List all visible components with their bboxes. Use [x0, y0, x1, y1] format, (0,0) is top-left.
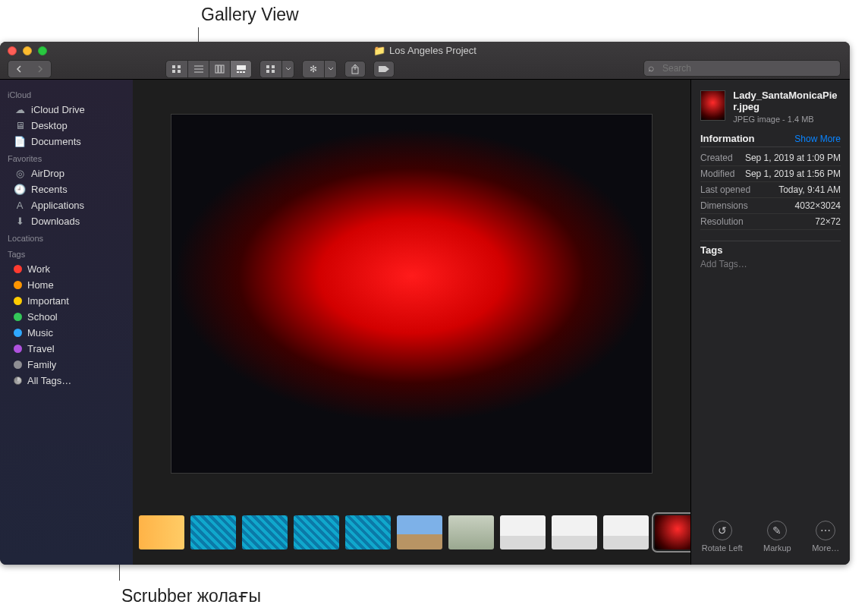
info-row-value: 4032×3024	[795, 200, 841, 211]
info-section-title: Information	[700, 133, 755, 144]
titlebar: 📁 Los Angeles Project	[0, 42, 850, 80]
svg-rect-10	[237, 65, 246, 70]
tags-section-title: Tags	[700, 244, 841, 256]
main-content	[133, 80, 690, 565]
sidebar-item-label: Downloads	[31, 216, 80, 227]
preview-area	[171, 114, 653, 474]
svg-rect-16	[266, 70, 269, 73]
window-title: 📁 Los Angeles Project	[0, 45, 850, 56]
forward-button[interactable]	[30, 61, 51, 77]
scrubber-thumb[interactable]	[397, 515, 442, 549]
info-row: CreatedSep 1, 2019 at 1:09 PM	[700, 150, 841, 166]
gear-icon[interactable]: ✻	[303, 61, 324, 77]
quick-action[interactable]: ⋯More…	[812, 521, 839, 553]
quick-action-icon: ↺	[712, 521, 732, 540]
zoom-button[interactable]	[38, 46, 47, 55]
sidebar-item-icon: ⬇	[14, 216, 26, 227]
gallery-view-button[interactable]	[230, 61, 251, 77]
scrubber-thumb[interactable]	[294, 515, 339, 549]
svg-rect-7	[215, 65, 218, 73]
file-name: Lady_SantaMonicaPier.jpeg	[733, 90, 841, 113]
scrubber-thumb[interactable]	[139, 515, 184, 549]
action-menu[interactable]: ✻	[302, 60, 337, 78]
sidebar-item-label: Family	[27, 359, 56, 370]
sidebar-item[interactable]: 🕘Recents	[0, 181, 133, 197]
window-controls	[8, 46, 47, 55]
sidebar-item[interactable]: ⬇Downloads	[0, 213, 133, 229]
sidebar-item-icon: 🖥	[14, 120, 26, 131]
view-mode-segment	[165, 60, 252, 78]
info-row: Dimensions4032×3024	[700, 198, 841, 214]
scrubber-thumb[interactable]	[500, 515, 546, 549]
folder-icon: 📁	[373, 45, 385, 56]
sidebar-item[interactable]: School	[0, 309, 133, 325]
window-title-text: Los Angeles Project	[389, 45, 476, 56]
sidebar-item[interactable]: Music	[0, 325, 133, 341]
sidebar-item-icon: A	[14, 200, 26, 211]
sidebar-item-label: Recents	[31, 184, 68, 195]
group-by-segment[interactable]	[259, 60, 294, 78]
tags-button[interactable]	[373, 61, 395, 77]
nav-buttons	[8, 60, 52, 78]
scrubber-thumb[interactable]	[345, 515, 391, 549]
list-view-button[interactable]	[187, 61, 209, 77]
sidebar-item[interactable]: 📄Documents	[0, 134, 133, 150]
sidebar-item[interactable]: Home	[0, 277, 133, 293]
sidebar-item[interactable]: Important	[0, 293, 133, 309]
info-pane: Lady_SantaMonicaPier.jpeg JPEG image - 1…	[690, 80, 850, 565]
sidebar-item-icon: ☁	[14, 104, 26, 115]
show-more-link[interactable]: Show More	[794, 134, 841, 144]
info-row: ModifiedSep 1, 2019 at 1:56 PM	[700, 166, 841, 182]
callout-gallery-view: Gallery View	[201, 5, 299, 25]
sidebar-item-label: Work	[27, 263, 50, 275]
sidebar-item[interactable]: ☁iCloud Drive	[0, 102, 133, 118]
sidebar-item[interactable]: ◎AirDrop	[0, 165, 133, 181]
info-row-key: Last opened	[700, 184, 750, 195]
sidebar-item[interactable]: Family	[0, 357, 133, 373]
column-view-button[interactable]	[209, 61, 230, 77]
sidebar-item[interactable]: Work	[0, 261, 133, 277]
scrubber-thumb[interactable]	[242, 515, 288, 549]
search-input[interactable]	[643, 60, 841, 77]
scrubber-thumb[interactable]	[448, 515, 494, 549]
share-button[interactable]	[344, 61, 366, 77]
group-dropdown[interactable]	[281, 61, 294, 77]
quick-action[interactable]: ✎Markup	[763, 521, 791, 553]
icon-view-button[interactable]	[166, 61, 187, 77]
scrubber-thumb[interactable]	[552, 515, 597, 549]
tag-dot-icon	[14, 265, 22, 273]
tag-dot-icon	[14, 297, 22, 305]
action-dropdown[interactable]	[324, 61, 336, 77]
svg-rect-1	[178, 65, 181, 68]
add-tags-field[interactable]: Add Tags…	[700, 259, 841, 269]
svg-rect-13	[243, 71, 245, 73]
quick-action-label: Markup	[763, 543, 791, 553]
scrubber-thumb[interactable]	[603, 515, 649, 549]
quick-action[interactable]: ↺Rotate Left	[702, 521, 743, 553]
info-row-value: Sep 1, 2019 at 1:56 PM	[745, 168, 841, 179]
sidebar-item-label: iCloud Drive	[31, 104, 85, 115]
quick-action-label: More…	[812, 543, 839, 553]
tag-dot-icon	[14, 361, 22, 369]
svg-rect-9	[222, 65, 224, 73]
sidebar-item[interactable]: All Tags…	[0, 373, 133, 389]
sidebar-item[interactable]: AApplications	[0, 197, 133, 213]
sidebar-item-label: School	[27, 311, 58, 323]
info-row-value: Sep 1, 2019 at 1:09 PM	[745, 153, 841, 163]
sidebar-item-label: Home	[27, 279, 54, 291]
sidebar-item[interactable]: 🖥Desktop	[0, 118, 133, 134]
scrubber-bar[interactable]	[139, 512, 684, 553]
close-button[interactable]	[8, 46, 17, 55]
svg-rect-11	[237, 71, 239, 73]
sidebar-item-label: Important	[27, 295, 69, 307]
scrubber-thumb[interactable]	[190, 515, 236, 549]
back-button[interactable]	[8, 61, 30, 77]
tag-dot-icon	[14, 345, 22, 353]
info-row-key: Created	[700, 153, 733, 163]
group-button[interactable]	[260, 61, 281, 77]
info-row: Resolution72×72	[700, 214, 841, 230]
minimize-button[interactable]	[23, 46, 32, 55]
info-row-value: 72×72	[815, 216, 841, 227]
sidebar-item[interactable]: Travel	[0, 341, 133, 357]
sidebar-item-icon: 🕘	[14, 184, 26, 195]
